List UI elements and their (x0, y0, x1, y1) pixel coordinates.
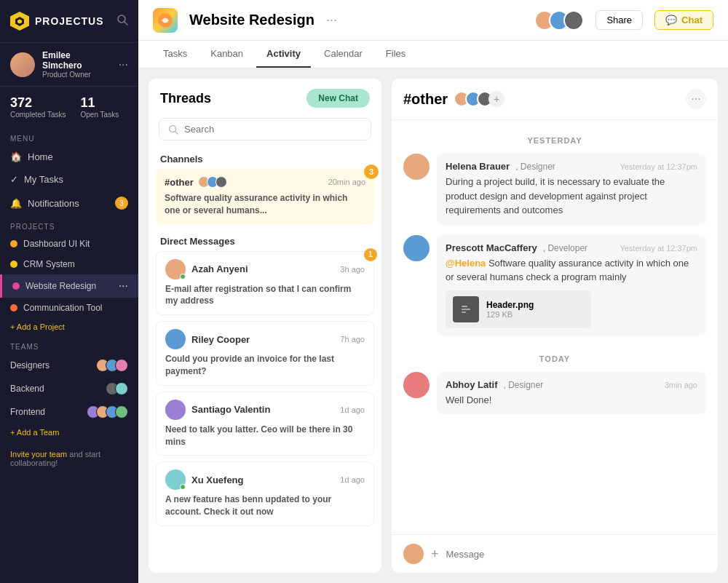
channels-label: Channels (149, 148, 381, 169)
tab-kanban[interactable]: Kanban (200, 41, 253, 68)
team-avatars (90, 405, 128, 419)
completed-tasks-stat: 372 Completed Tasks (10, 95, 66, 119)
add-member-button[interactable]: + (488, 91, 505, 107)
add-project-link[interactable]: + Add a Project (0, 318, 138, 336)
day-separator-today: TODAY (403, 346, 706, 372)
home-icon: 🏠 (10, 151, 22, 162)
add-team-link[interactable]: + Add a Team (0, 424, 138, 441)
dm-time: 7h ago (340, 335, 365, 344)
tab-activity[interactable]: Activity (256, 41, 311, 68)
tab-tasks[interactable]: Tasks (153, 41, 197, 68)
channel-header: #other 20min ago (165, 176, 365, 188)
tab-calendar[interactable]: Calendar (314, 41, 373, 68)
open-tasks-num: 11 (81, 95, 119, 111)
dm-header: Azah Anyeni 3h ago (165, 259, 365, 279)
project-color-dot (12, 282, 20, 290)
dm-name: Xu Xuefeng (191, 475, 244, 485)
dm-avatar (165, 400, 186, 420)
sidebar-item-notifications[interactable]: 🔔 Notifications 3 (0, 191, 138, 215)
channel-time: 20min ago (328, 178, 365, 186)
member-avatar (563, 10, 584, 31)
message-input[interactable] (446, 549, 706, 560)
dm-item-2[interactable]: Santiago Valentin 1d ago Need to talk yo… (156, 392, 374, 456)
message-item: Abhoy Latif , Designer 3min ago Well Don… (403, 372, 706, 415)
project-item-comm[interactable]: Communication Tool (0, 298, 138, 318)
project-color-dot (10, 304, 17, 312)
dm-time: 3h ago (340, 265, 365, 274)
threads-header: Threads New Chat (149, 79, 381, 118)
message-author: Prescott MacCaffery (446, 242, 537, 253)
invite-link[interactable]: Invite your team (10, 450, 67, 459)
threads-panel: Threads New Chat Channels 3 #other (149, 79, 381, 573)
dm-item-1[interactable]: Riley Cooper 7h ago Could you provide an… (156, 321, 374, 386)
channel-preview: Software quality assurance activity in w… (165, 192, 365, 217)
notifications-label: Notifications (28, 198, 79, 209)
user-more-icon[interactable]: ··· (119, 58, 128, 71)
sidebar-stats: 372 Completed Tasks 11 Open Tasks (0, 87, 138, 127)
new-chat-button[interactable]: New Chat (306, 89, 370, 108)
dm-avatar (165, 469, 186, 490)
team-item-designers[interactable]: Designers (0, 354, 138, 377)
threads-search[interactable] (159, 118, 371, 140)
channel-badge: 3 (364, 164, 379, 179)
day-separator-yesterday: YESTERDAY (403, 127, 706, 154)
message-avatar (403, 372, 430, 398)
project-name: Website Redesign (25, 281, 96, 291)
project-item-website[interactable]: Website Redesign ··· (0, 274, 138, 298)
project-item-crm[interactable]: CRM System (0, 254, 138, 274)
header-more-icon[interactable]: ··· (326, 12, 337, 28)
chat-button[interactable]: 💬 Chat (654, 10, 713, 30)
channel-member-avatar (215, 176, 227, 188)
chat-icon: 💬 (665, 15, 677, 25)
project-logo (153, 8, 178, 33)
search-icon[interactable] (116, 14, 128, 28)
dm-header: Riley Cooper 7h ago (165, 329, 365, 349)
sidebar-item-home[interactable]: 🏠 Home (0, 146, 138, 168)
file-info: Header.png 129 KB (486, 300, 534, 319)
search-input[interactable] (184, 124, 362, 135)
dm-badge: 1 (364, 248, 377, 261)
share-button[interactable]: Share (596, 10, 643, 30)
file-size: 129 KB (486, 310, 534, 319)
chat-messages: YESTERDAY Helena Brauer , Designer Yeste… (392, 120, 718, 534)
message-author: Abhoy Latif (446, 379, 498, 390)
message-avatar (403, 235, 430, 261)
team-name: Frontend (10, 407, 45, 417)
project-name: Communication Tool (23, 303, 103, 313)
message-time: Yesterday at 12:37pm (620, 162, 697, 171)
message-meta: Abhoy Latif , Designer 3min ago (446, 379, 697, 390)
dm-time: 1d ago (340, 405, 365, 414)
channel-item-other[interactable]: 3 #other 20min ago Software quality assu… (156, 169, 374, 224)
notifications-badge: 3 (115, 197, 128, 210)
completed-tasks-label: Completed Tasks (10, 111, 66, 119)
chat-member-avatars: + (458, 91, 505, 107)
home-label: Home (28, 151, 53, 162)
dm-avatar (165, 259, 186, 279)
message-text: Well Done! (446, 393, 697, 408)
svg-rect-7 (462, 309, 470, 310)
svg-line-4 (175, 131, 178, 134)
channel-name: #other (165, 177, 194, 188)
message-item: Prescott MacCaffery , Developer Yesterda… (403, 235, 706, 336)
teams-label: TEAMS (0, 336, 138, 354)
user-role: Product Owner (42, 71, 111, 79)
add-attachment-button[interactable]: + (431, 547, 439, 562)
tab-files[interactable]: Files (376, 41, 416, 68)
team-item-frontend[interactable]: Frontend (0, 400, 138, 424)
dm-item-0[interactable]: 1 Azah Anyeni 3h ago E-mail after regist… (156, 251, 374, 316)
team-item-backend[interactable]: Backend (0, 377, 138, 400)
svg-rect-8 (462, 312, 466, 313)
open-tasks-stat: 11 Open Tasks (81, 95, 119, 119)
invite-text: Invite your team and start collaborating… (0, 441, 138, 476)
project-more-icon[interactable]: ··· (119, 279, 128, 293)
team-name: Backend (10, 384, 44, 394)
message-content: Abhoy Latif , Designer 3min ago Well Don… (437, 372, 706, 415)
file-attachment: Header.png 129 KB (446, 290, 591, 328)
sidebar-logo: PROJECTUS (0, 0, 138, 42)
dm-item-3[interactable]: Xu Xuefeng 1d ago A new feature has benn… (156, 461, 374, 526)
online-indicator (180, 274, 186, 279)
sidebar-item-mytasks[interactable]: ✓ My Tasks (0, 168, 138, 191)
projects-label: PROJECTS (0, 215, 138, 234)
project-item-dashboard[interactable]: Dashboard UI Kit (0, 234, 138, 254)
chat-more-icon[interactable]: ··· (686, 89, 706, 109)
